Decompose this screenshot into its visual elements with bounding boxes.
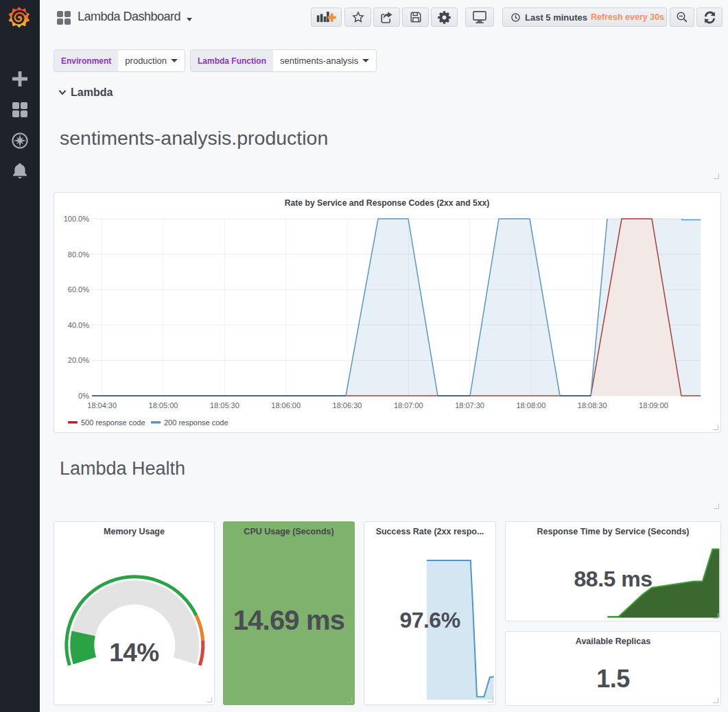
svg-text:40.0%: 40.0% (68, 321, 89, 329)
svg-text:18:05:00: 18:05:00 (149, 401, 178, 410)
svg-text:18:07:00: 18:07:00 (394, 401, 423, 410)
svg-text:18:08:00: 18:08:00 (516, 401, 545, 410)
svg-text:18:06:30: 18:06:30 (333, 401, 362, 410)
svg-text:18:09:00: 18:09:00 (639, 401, 668, 410)
svg-text:18:05:30: 18:05:30 (210, 401, 239, 410)
svg-text:80.0%: 80.0% (68, 250, 89, 259)
svg-text:200 response code: 200 response code (164, 418, 228, 427)
svg-text:18:08:30: 18:08:30 (578, 401, 607, 410)
svg-text:Rate by Service and Response C: Rate by Service and Response Codes (2xx … (285, 198, 490, 208)
svg-text:18:06:00: 18:06:00 (271, 401, 301, 410)
svg-text:60.0%: 60.0% (68, 285, 89, 294)
svg-text:0%: 0% (78, 392, 89, 400)
svg-text:18:04:30: 18:04:30 (87, 401, 117, 410)
svg-text:18:07:30: 18:07:30 (455, 401, 484, 410)
svg-text:500 response code: 500 response code (81, 418, 145, 427)
svg-text:100.0%: 100.0% (64, 215, 90, 223)
svg-text:20.0%: 20.0% (68, 356, 89, 364)
